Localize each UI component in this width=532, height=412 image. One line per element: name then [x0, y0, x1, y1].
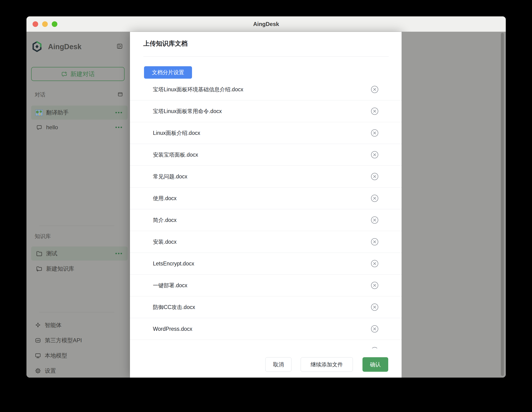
sidebar-divider: [39, 312, 114, 312]
close-window-button[interactable]: [33, 21, 38, 27]
chat-item-more-button[interactable]: [115, 112, 122, 113]
file-row: 简介.docx: [130, 209, 402, 231]
svg-text:API: API: [36, 339, 40, 342]
file-row: 一键部署.docx: [130, 275, 402, 296]
remove-file-button[interactable]: [371, 216, 379, 224]
chat-item-hello[interactable]: hello: [31, 120, 128, 134]
sidebar-item-thirdparty-api[interactable]: API 第三方模型API: [31, 334, 125, 347]
sidebar: AingDesk 新建对话 对话: [27, 32, 130, 378]
kb-item-more-button[interactable]: [115, 253, 122, 254]
file-name: 宝塔Linux面板常用命令.docx: [153, 108, 222, 115]
app-name: AingDesk: [48, 43, 82, 51]
file-name: 安装.docx: [153, 238, 177, 245]
new-kb-label: 新建知识库: [46, 265, 128, 272]
file-row: 常见问题.docx: [130, 166, 402, 187]
sidebar-item-settings[interactable]: 设置: [31, 364, 125, 377]
chat-item-translate-assistant[interactable]: 翻译助手: [31, 106, 128, 120]
file-name: Linux面板介绍.docx: [153, 130, 200, 137]
modal-title: 上传知识库文档: [143, 39, 188, 48]
file-list: 宝塔Linux面板环境基础信息介绍.docx 宝塔Linux面板常用命令.doc…: [130, 79, 402, 348]
traffic-lights: [33, 21, 57, 27]
folder-plus-icon: [35, 265, 43, 272]
file-name: 一键部署.docx: [153, 282, 187, 289]
monitor-icon: [34, 352, 42, 359]
kb-section-label: 知识库: [35, 233, 51, 240]
sidebar-item-label: 设置: [45, 367, 56, 375]
api-badge-icon: API: [34, 337, 42, 344]
sidebar-divider: [39, 226, 114, 226]
file-row: 防御CC攻击.docx: [130, 296, 402, 318]
aingdesk-logo-icon: [32, 41, 42, 53]
upload-kb-docs-modal: 上传知识库文档 文档分片设置 宝塔Linux面板环境基础信息介绍.docx 宝塔…: [130, 32, 402, 378]
remove-file-button[interactable]: [371, 281, 379, 289]
new-chat-button[interactable]: 新建对话: [31, 67, 124, 81]
folder-icon: [35, 250, 43, 257]
file-row: WordPress.docx: [130, 318, 402, 340]
sidebar-item-agents[interactable]: 智能体: [31, 318, 125, 332]
window-content: AingDesk 新建对话 对话: [27, 32, 506, 378]
file-row: Linux面板介绍.docx: [130, 122, 402, 144]
file-row: LetsEncrypt.docx: [130, 253, 402, 275]
file-name: 宝塔Linux面板环境基础信息介绍.docx: [153, 86, 243, 93]
remove-file-button[interactable]: [371, 238, 379, 246]
add-more-files-button[interactable]: 继续添加文件: [301, 357, 353, 372]
file-name: 防御CC攻击.docx: [153, 304, 195, 311]
file-row: 宝塔Linux面板常用命令.docx: [130, 100, 402, 122]
file-row: 使用.docx: [130, 187, 402, 209]
sidebar-item-label: 第三方模型API: [45, 337, 82, 344]
remove-file-button[interactable]: [371, 107, 379, 115]
titlebar: AingDesk: [27, 16, 506, 32]
sidebar-item-local-models[interactable]: 本地模型: [31, 349, 125, 362]
new-kb-button[interactable]: 新建知识库: [31, 262, 128, 276]
chat-bubble-icon: [35, 124, 43, 131]
minimize-window-button[interactable]: [42, 21, 48, 27]
zoom-window-button[interactable]: [52, 21, 57, 27]
remove-file-button[interactable]: [371, 173, 379, 180]
file-row: 宝塔Linux面板环境基础信息介绍.docx: [130, 79, 402, 100]
chat-item-label: 翻译助手: [46, 109, 115, 116]
remove-file-button[interactable]: [371, 85, 379, 94]
cancel-button[interactable]: 取消: [265, 357, 292, 372]
remove-file-button[interactable]: [371, 129, 379, 137]
file-name: 安装宝塔面板.docx: [153, 151, 198, 159]
remove-file-button[interactable]: [371, 347, 379, 348]
file-row: 安装宝塔面板.docx: [130, 144, 402, 166]
chat-section-label: 对话: [35, 91, 45, 98]
file-name: 简介.docx: [153, 216, 177, 224]
file-row: 安装.docx: [130, 231, 402, 253]
remove-file-button[interactable]: [371, 325, 379, 333]
window-title: AingDesk: [253, 21, 279, 27]
collapse-sidebar-button[interactable]: [116, 43, 123, 49]
gear-icon: [34, 367, 42, 374]
confirm-button[interactable]: 确认: [362, 357, 388, 372]
sidebar-item-label: 本地模型: [45, 352, 67, 359]
scrollbar-thumb[interactable]: [501, 33, 504, 376]
chat-item-label: hello: [46, 124, 115, 131]
kb-item-test[interactable]: 测试: [31, 246, 128, 261]
app-window: AingDesk AingDesk: [27, 16, 506, 378]
remove-file-button[interactable]: [371, 194, 379, 202]
new-chat-label: 新建对话: [70, 70, 95, 78]
sidebar-item-label: 智能体: [45, 321, 62, 329]
chat-item-more-button[interactable]: [115, 127, 122, 128]
sparkle-icon: [34, 322, 42, 328]
chunk-settings-button[interactable]: 文档分片设置: [144, 66, 192, 79]
file-name: 常见问题.docx: [153, 173, 187, 180]
kb-item-label: 测试: [46, 250, 115, 257]
file-name: WordPress.docx: [153, 326, 192, 332]
chat-window-icon[interactable]: [117, 91, 123, 97]
dimmed-background: [402, 32, 506, 378]
modal-header-divider: [143, 56, 389, 57]
new-chat-icon: [61, 71, 67, 77]
remove-file-button[interactable]: [371, 151, 379, 159]
file-name: 使用.docx: [153, 195, 177, 202]
remove-file-button[interactable]: [371, 303, 379, 311]
world-map-icon: [35, 110, 43, 116]
file-row: [130, 340, 402, 348]
file-name: LetsEncrypt.docx: [153, 261, 194, 267]
remove-file-button[interactable]: [371, 260, 379, 268]
